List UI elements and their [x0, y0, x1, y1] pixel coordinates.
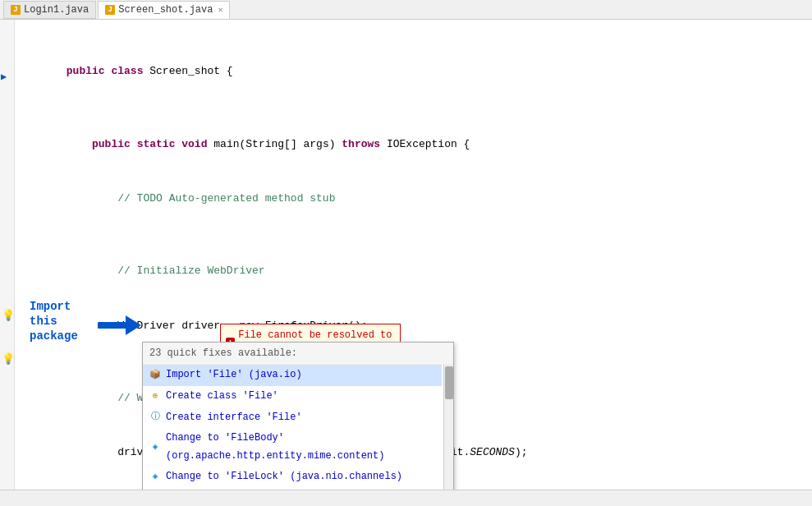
create-interface-icon: ⓘ [149, 412, 161, 423]
quickfix-item-5-label: Change to 'FileLock' (java.nio.channels) [166, 468, 402, 486]
quickfix-item-1[interactable]: 📦 Import 'File' (java.io) [143, 365, 442, 386]
tab-bar: J Login1.java J Screen_shot.java ✕ [0, 0, 812, 20]
quickfix-item-6[interactable]: ◈ Change to 'Filer' (javax.annotation.pr… [143, 488, 442, 490]
status-bar [0, 490, 812, 506]
annotation-label: Import thispackage [30, 299, 103, 344]
quickfix-item-3-label: Create interface 'File' [166, 409, 302, 427]
code-line-2: public class Screen_shot { [28, 44, 799, 99]
tab-screenshot[interactable]: J Screen_shot.java ✕ [98, 1, 230, 19]
tab-label-screenshot: Screen_shot.java [118, 4, 213, 16]
code-line-4: public static void main(String[] args) t… [28, 117, 799, 171]
svg-marker-1 [126, 315, 141, 335]
change-icon-5: ◈ [149, 472, 161, 483]
change-icon-4: ◈ [149, 442, 161, 453]
quickfix-item-3[interactable]: ⓘ Create interface 'File' [143, 407, 442, 429]
gutter-quickfix-marker2[interactable]: 💡 [2, 352, 15, 366]
quickfix-header: 23 quick fixes available: [143, 343, 453, 365]
create-class-icon: ⊕ [149, 391, 161, 402]
quickfix-item-4-label: Change to 'FileBody' (org.apache.http.en… [166, 430, 435, 465]
tab-icon-screenshot: J [105, 5, 115, 15]
gutter-quickfix-marker[interactable]: 💡 [2, 309, 15, 322]
tab-login1[interactable]: J Login1.java [3, 1, 96, 19]
quickfix-item-2-label: Create class 'File' [166, 388, 278, 406]
quickfix-item-5[interactable]: ◈ Change to 'FileLock' (java.nio.channel… [143, 467, 442, 488]
code-line-3 [28, 99, 799, 117]
import-icon: 📦 [149, 370, 161, 381]
quickfix-scrollbar-thumb [445, 366, 453, 399]
code-editor[interactable]: public class Screen_shot { public static… [15, 20, 812, 490]
tab-close-icon[interactable]: ✕ [218, 5, 222, 15]
svg-rect-0 [98, 322, 126, 329]
editor-gutter: ▶ 💡 💡 [0, 20, 15, 490]
code-line-1 [28, 26, 799, 44]
editor-container: ▶ 💡 💡 public class Screen_shot { public … [0, 20, 812, 490]
tab-label-login1: Login1.java [24, 4, 89, 16]
quickfix-dropdown: 23 quick fixes available: 📦 Import 'File… [142, 342, 454, 490]
gutter-breakpoint-marker: ▶ [1, 71, 7, 83]
quickfix-item-2[interactable]: ⊕ Create class 'File' [143, 386, 442, 407]
quickfix-item-1-label: Import 'File' (java.io) [166, 366, 302, 384]
code-line-7: // Initialize WebDriver [28, 244, 799, 298]
code-line-6 [28, 226, 799, 244]
annotation-arrow [97, 314, 142, 343]
quickfix-scrollbar[interactable] [443, 365, 453, 490]
quickfix-item-4[interactable]: ◈ Change to 'FileBody' (org.apache.http.… [143, 428, 442, 467]
tab-icon-login1: J [11, 5, 21, 15]
code-line-5: // TODO Auto-generated method stub [28, 172, 799, 226]
